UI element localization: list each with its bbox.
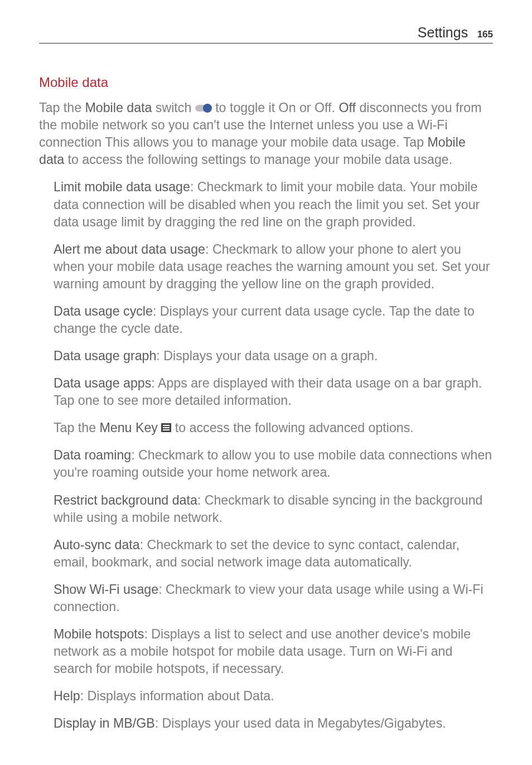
setting-desc: : Displays your data usage on a graph. — [156, 348, 378, 363]
page-number: 165 — [477, 29, 493, 40]
menu-key-line: Tap the Menu Key to access the following… — [39, 419, 493, 437]
setting-limit-mobile-data: Limit mobile data usage: Checkmark to li… — [39, 178, 493, 230]
setting-desc: : Displays your used data in Megabytes/G… — [155, 716, 446, 730]
setting-term: Help — [54, 689, 80, 703]
text: Tap the — [39, 100, 85, 115]
bold-mobile-data: Mobile data — [85, 100, 152, 115]
text: to access the following advanced options… — [171, 420, 413, 435]
toggle-switch-icon — [195, 103, 212, 112]
setting-mobile-hotspots: Mobile hotspots: Displays a list to sele… — [39, 626, 493, 677]
menu-key-icon — [161, 423, 171, 432]
setting-term: Data roaming — [54, 448, 131, 462]
setting-term: Alert me about data usage — [54, 242, 205, 256]
setting-data-usage-graph: Data usage graph: Displays your data usa… — [39, 347, 493, 365]
setting-term: Mobile hotspots — [54, 627, 144, 641]
text: switch — [152, 100, 195, 115]
setting-alert-data-usage: Alert me about data usage: Checkmark to … — [39, 241, 493, 293]
header-title: Settings — [418, 25, 468, 40]
setting-data-roaming: Data roaming: Checkmark to allow you to … — [39, 447, 493, 481]
setting-term: Limit mobile data usage — [54, 180, 190, 194]
content: Mobile data Tap the Mobile data switch t… — [0, 43, 532, 764]
setting-auto-sync: Auto-sync data: Checkmark to set the dev… — [39, 536, 493, 571]
intro-paragraph: Tap the Mobile data switch to toggle it … — [39, 99, 493, 168]
setting-term: Show Wi-Fi usage — [54, 582, 158, 597]
setting-display-mb-gb: Display in MB/GB: Displays your used dat… — [39, 715, 493, 732]
page-header: Settings 165 — [39, 25, 493, 43]
setting-help: Help: Displays information about Data. — [39, 687, 493, 705]
bold-off: Off — [338, 100, 356, 115]
setting-term: Data usage apps — [54, 376, 151, 390]
text: to toggle it On or Off. — [212, 100, 339, 115]
text: to access the following settings to mana… — [64, 152, 452, 167]
text: Tap the — [54, 420, 100, 435]
setting-desc: : Displays information about Data. — [80, 689, 274, 703]
setting-term: Display in MB/GB — [54, 716, 155, 730]
setting-restrict-background: Restrict background data: Checkmark to d… — [39, 492, 493, 526]
setting-show-wifi-usage: Show Wi-Fi usage: Checkmark to view your… — [39, 581, 493, 616]
setting-data-usage-apps: Data usage apps: Apps are displayed with… — [39, 375, 493, 409]
setting-data-usage-cycle: Data usage cycle: Displays your current … — [39, 303, 493, 337]
setting-term: Auto-sync data — [54, 538, 140, 552]
setting-term: Data usage graph — [54, 348, 156, 363]
setting-term: Data usage cycle — [54, 304, 153, 318]
setting-term: Restrict background data — [54, 493, 197, 507]
bold-menu-key: Menu Key — [100, 420, 158, 435]
section-heading: Mobile data — [39, 74, 493, 91]
